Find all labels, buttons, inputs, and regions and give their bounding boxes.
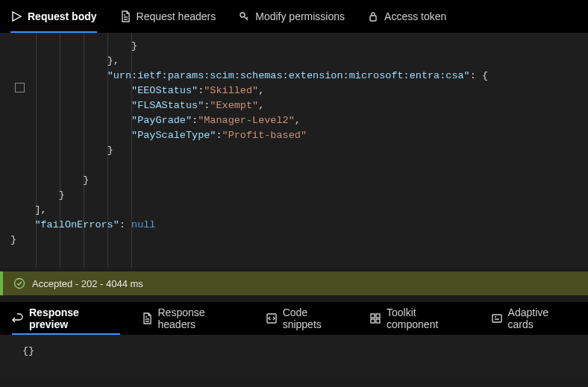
tab-label: Request body (28, 10, 97, 22)
check-icon (13, 277, 25, 289)
status-bar: Accepted - 202 - 4044 ms (0, 271, 588, 295)
tab-code-snippets[interactable]: Code snippets (266, 302, 348, 335)
svg-rect-6 (376, 314, 380, 318)
key-icon (238, 10, 250, 22)
tab-request-body[interactable]: Request body (10, 0, 97, 33)
tab-label: Response preview (29, 306, 120, 330)
tab-adaptive-cards[interactable]: Adaptive cards (491, 302, 576, 335)
document-icon (119, 10, 131, 22)
tab-label: Code snippets (283, 306, 348, 330)
status-text: Accepted - 202 - 4044 ms (32, 278, 143, 289)
tab-modify-permissions[interactable]: Modify permissions (238, 0, 345, 33)
tab-response-headers[interactable]: Response headers (141, 302, 245, 335)
tab-request-headers[interactable]: Request headers (119, 0, 216, 33)
tab-toolkit-component[interactable]: Toolkit component (369, 302, 470, 335)
svg-rect-8 (376, 319, 380, 323)
tab-label: Adaptive cards (508, 306, 576, 330)
svg-rect-9 (492, 315, 501, 322)
response-body-text: {} (22, 345, 34, 356)
code-icon (266, 312, 278, 324)
component-icon (369, 312, 381, 324)
request-tabbar: Request body Request headers Modify perm… (0, 0, 588, 33)
code-content: } }, "urn:ietf:params:scim:schemas:exten… (0, 39, 588, 248)
undo-icon (12, 312, 24, 324)
svg-rect-2 (370, 16, 376, 21)
tab-label: Request headers (137, 10, 216, 22)
tab-label: Response headers (158, 306, 245, 330)
lock-icon (367, 10, 379, 22)
tab-access-token[interactable]: Access token (367, 0, 446, 33)
response-body[interactable]: {} (0, 335, 588, 380)
tab-label: Modify permissions (255, 10, 345, 22)
svg-marker-0 (13, 12, 21, 21)
tab-response-preview[interactable]: Response preview (12, 302, 120, 335)
svg-rect-7 (371, 319, 375, 323)
response-tabbar: Response preview Response headers Code s… (0, 302, 588, 335)
request-body-editor[interactable]: } }, "urn:ietf:params:scim:schemas:exten… (0, 33, 588, 268)
run-icon (10, 10, 22, 22)
tab-label: Toolkit component (387, 306, 470, 330)
document-icon (141, 312, 153, 324)
tab-label: Access token (384, 10, 446, 22)
card-icon (491, 312, 503, 324)
svg-rect-5 (371, 314, 375, 318)
